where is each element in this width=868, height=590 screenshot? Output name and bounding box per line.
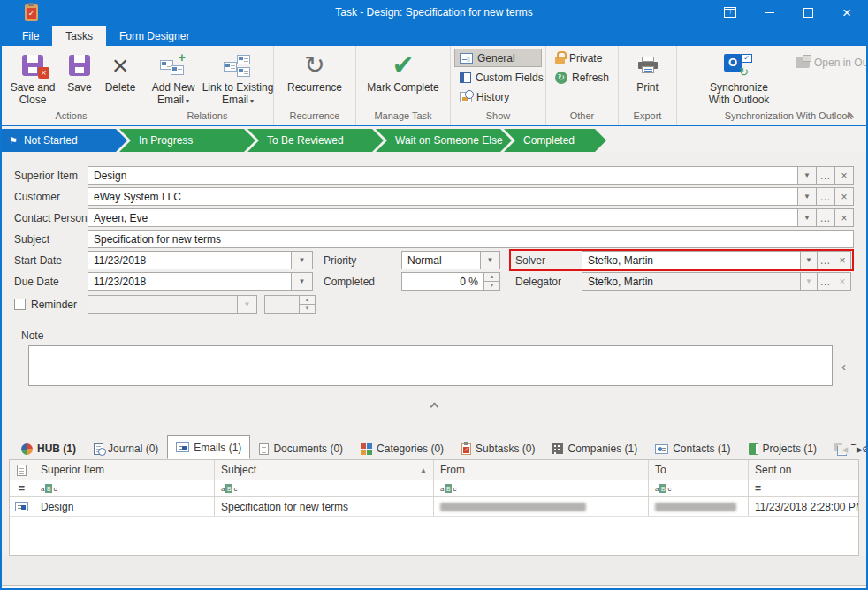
spin-up-icon[interactable]: ▲ bbox=[484, 272, 500, 282]
customer-browse-button[interactable]: … bbox=[817, 187, 835, 206]
delete-button[interactable]: × Delete bbox=[99, 49, 141, 94]
contact-person-dropdown-button[interactable]: ▼ bbox=[798, 208, 817, 227]
solver-label: Solver bbox=[511, 254, 582, 267]
journal-icon bbox=[94, 443, 103, 455]
subject-field[interactable]: Specification for new terms bbox=[88, 230, 854, 248]
solver-field[interactable]: Stefko, Martin bbox=[582, 251, 801, 269]
filter-superior-item[interactable]: aBc bbox=[34, 480, 215, 496]
contact-person-browse-button[interactable]: … bbox=[817, 208, 835, 227]
save-button[interactable]: Save bbox=[60, 49, 99, 94]
customer-dropdown-button[interactable]: ▼ bbox=[798, 187, 817, 206]
save-and-close-button[interactable]: × Save and Close bbox=[5, 49, 60, 107]
popout-window-button[interactable]: ↑ bbox=[711, 0, 750, 25]
print-button[interactable]: Print bbox=[626, 49, 670, 94]
tab-subtasks[interactable]: Subtasks (0) bbox=[453, 438, 544, 459]
filter-to[interactable]: aBc bbox=[649, 480, 749, 496]
show-general-button[interactable]: General bbox=[454, 49, 542, 67]
cell-from bbox=[434, 497, 649, 516]
contact-person-field[interactable]: Ayeen, Eve bbox=[88, 208, 798, 227]
customer-field[interactable]: eWay System LLC bbox=[88, 187, 798, 206]
reminder-checkbox[interactable] bbox=[14, 299, 26, 310]
row-indicator-column-header[interactable] bbox=[10, 460, 34, 480]
cell-sent-on: 11/23/2018 2:28:00 PM bbox=[749, 497, 858, 516]
close-button[interactable]: × bbox=[827, 0, 866, 25]
column-header-sent-on[interactable]: Sent on bbox=[749, 460, 858, 480]
scroll-left-icon[interactable]: ◀ bbox=[841, 445, 848, 454]
filter-subject[interactable]: aBc bbox=[215, 480, 434, 496]
column-header-subject[interactable]: Subject▲ bbox=[215, 460, 434, 480]
due-date-dropdown-button[interactable]: ▼ bbox=[292, 272, 313, 291]
customer-clear-button[interactable]: × bbox=[835, 187, 854, 206]
tab-documents[interactable]: Documents (0) bbox=[250, 438, 352, 459]
filter-from[interactable]: aBc bbox=[434, 480, 649, 496]
tab-tasks[interactable]: Tasks bbox=[52, 26, 106, 46]
maximize-button[interactable] bbox=[788, 0, 827, 25]
tab-companies[interactable]: Companies (1) bbox=[544, 438, 646, 459]
workflow-stage-completed[interactable]: Completed bbox=[504, 129, 606, 152]
synchronize-with-outlook-button[interactable]: O✓↻ Synchronize With Outlook bbox=[698, 49, 780, 107]
private-button[interactable]: Private bbox=[550, 49, 614, 67]
note-field[interactable] bbox=[28, 345, 833, 386]
reminder-spinner[interactable]: ▲▼ bbox=[300, 295, 316, 314]
completed-spinner[interactable]: ▲▼ bbox=[484, 272, 500, 291]
superior-item-browse-button[interactable]: … bbox=[817, 166, 835, 185]
delegator-browse-button[interactable]: … bbox=[818, 272, 834, 291]
workflow-stage-not-started[interactable]: ⚑ Not Started bbox=[2, 129, 127, 152]
tab-journal[interactable]: Journal (0) bbox=[85, 438, 167, 459]
tab-contacts[interactable]: Contacts (1) bbox=[646, 438, 739, 459]
start-date-field[interactable]: 11/23/2018 bbox=[88, 251, 292, 269]
mark-complete-button[interactable]: ✔ Mark Complete bbox=[359, 49, 447, 94]
recurrence-button[interactable]: ↻ Recurrence bbox=[279, 49, 350, 94]
column-header-to[interactable]: To bbox=[649, 460, 749, 480]
open-in-outlook-button[interactable]: Open in Outlook bbox=[790, 53, 868, 72]
collapse-ribbon-button[interactable] bbox=[847, 110, 857, 119]
priority-field[interactable]: Normal bbox=[401, 251, 481, 269]
due-date-field[interactable]: 11/23/2018 bbox=[88, 272, 292, 291]
show-custom-fields-button[interactable]: Custom Fields bbox=[454, 68, 542, 87]
chevron-up-icon bbox=[430, 403, 438, 412]
superior-item-dropdown-button[interactable]: ▼ bbox=[798, 166, 817, 185]
popout-window-icon: ↑ bbox=[724, 7, 736, 18]
delegator-dropdown-button[interactable]: ▼ bbox=[801, 272, 818, 291]
group-label-other: Other bbox=[546, 110, 618, 125]
tab-file[interactable]: File bbox=[9, 26, 52, 46]
filter-sent-on[interactable]: = bbox=[749, 480, 858, 496]
workflow-stage-in-progress[interactable]: In Progress bbox=[119, 129, 255, 152]
collapse-form-button[interactable] bbox=[14, 404, 854, 410]
scroll-right-icon[interactable]: ▶ bbox=[857, 445, 863, 454]
solver-dropdown-button[interactable]: ▼ bbox=[801, 251, 818, 269]
tab-emails[interactable]: Emails (1) bbox=[167, 435, 250, 459]
start-date-dropdown-button[interactable]: ▼ bbox=[292, 251, 313, 269]
cell-to bbox=[649, 497, 749, 516]
tab-hub[interactable]: HUB (1) bbox=[12, 438, 85, 459]
solver-clear-button[interactable]: × bbox=[834, 251, 851, 269]
solver-browse-button[interactable]: … bbox=[818, 251, 834, 269]
link-to-existing-email-button[interactable]: Link to Existing Email▾ bbox=[202, 49, 274, 107]
priority-dropdown-button[interactable]: ▼ bbox=[481, 251, 500, 269]
add-new-email-button[interactable]: + Add New Email▾ bbox=[145, 49, 202, 107]
minimize-button[interactable] bbox=[750, 0, 788, 25]
completed-field[interactable]: 0 % bbox=[401, 272, 484, 291]
tab-projects[interactable]: Projects (1) bbox=[740, 438, 826, 459]
show-history-button[interactable]: History bbox=[454, 87, 542, 106]
superior-item-field[interactable]: Design bbox=[88, 166, 798, 185]
workflow-stage-to-be-reviewed[interactable]: To Be Reviewed bbox=[247, 129, 384, 152]
column-header-superior-item[interactable]: Superior Item bbox=[34, 460, 215, 480]
superior-item-clear-button[interactable]: × bbox=[835, 166, 854, 185]
workflow-stage-wait-on-someone-else[interactable]: Wait on Someone Else bbox=[376, 129, 512, 152]
delegator-clear-button[interactable]: × bbox=[834, 272, 851, 291]
tab-categories[interactable]: Categories (0) bbox=[352, 438, 453, 459]
reminder-dropdown-button[interactable]: ▼ bbox=[238, 295, 257, 314]
abc-filter-icon: aBc bbox=[655, 484, 671, 493]
flag-icon: ⚑ bbox=[9, 135, 18, 147]
email-row[interactable]: Design Specification for new terms 11/23… bbox=[10, 497, 858, 517]
delete-x-icon: × bbox=[112, 54, 129, 77]
contact-person-clear-button[interactable]: × bbox=[835, 208, 854, 227]
group-label-manage-task: Manage Task bbox=[356, 110, 450, 125]
chevron-left-icon[interactable]: ‹ bbox=[841, 359, 854, 374]
spin-down-icon[interactable]: ▼ bbox=[484, 282, 500, 291]
refresh-button[interactable]: ↻Refresh bbox=[550, 68, 614, 87]
column-header-from[interactable]: From bbox=[434, 460, 649, 480]
tab-form-designer[interactable]: Form Designer bbox=[106, 26, 202, 46]
workflow-bar: ⚑ Not Started In Progress To Be Reviewed… bbox=[2, 126, 866, 152]
